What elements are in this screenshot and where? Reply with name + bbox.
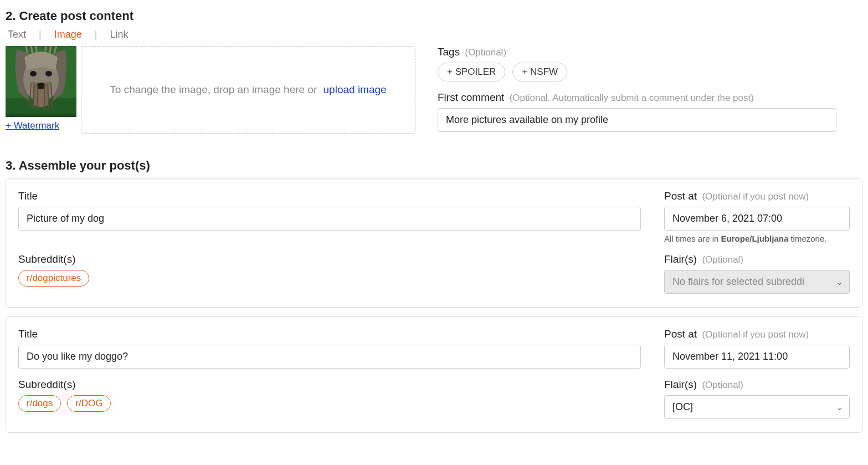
timezone-note: All times are in Europe/Ljubljana timezo… xyxy=(664,234,850,243)
subreddit-pill[interactable]: r/DOG xyxy=(67,395,111,412)
first-comment-label: First comment xyxy=(438,91,504,103)
svg-point-4 xyxy=(45,71,52,76)
tab-link[interactable]: Link xyxy=(107,29,130,40)
tag-nsfw-button[interactable]: + NSFW xyxy=(512,63,567,81)
postat-input[interactable] xyxy=(664,345,850,369)
tab-separator: | xyxy=(31,29,49,40)
flair-optional: (Optional) xyxy=(702,380,743,390)
section-heading-assemble: 3. Assemble your post(s) xyxy=(6,159,862,173)
title-input[interactable] xyxy=(18,345,641,369)
tab-image[interactable]: Image xyxy=(52,29,84,40)
title-label: Title xyxy=(18,328,641,340)
flair-select[interactable]: [OC] ⌄ xyxy=(664,395,850,419)
chevron-down-icon: ⌄ xyxy=(836,403,843,411)
title-input[interactable] xyxy=(18,207,641,231)
postat-optional: (Optional if you post now) xyxy=(702,329,809,340)
first-comment-input[interactable] xyxy=(438,108,836,132)
flair-select: No flairs for selected subreddi ⌄ xyxy=(664,270,850,294)
postat-label: Post at xyxy=(664,190,697,202)
subreddit-label: Subreddit(s) xyxy=(18,253,641,265)
flair-label: Flair(s) xyxy=(664,253,697,265)
subreddit-label: Subreddit(s) xyxy=(18,379,641,391)
post-card: Title Post at (Optional if you post now)… xyxy=(6,316,862,433)
postat-optional: (Optional if you post now) xyxy=(702,191,809,202)
section-heading-create-content: 2. Create post content xyxy=(6,9,862,23)
svg-point-3 xyxy=(30,71,37,76)
flair-optional: (Optional) xyxy=(702,254,743,265)
content-type-tabs: Text | Image | Link xyxy=(6,29,862,40)
tab-separator: | xyxy=(87,29,105,40)
postat-input[interactable] xyxy=(664,207,850,231)
subreddit-pills: r/dogs r/DOG xyxy=(18,395,641,412)
title-label: Title xyxy=(18,190,641,202)
subreddit-pill[interactable]: r/dogpictures xyxy=(18,270,89,287)
dropzone-text: To change the image, drop an image here … xyxy=(110,84,317,95)
post-card: Title Post at (Optional if you post now)… xyxy=(6,178,862,308)
subreddit-pill[interactable]: r/dogs xyxy=(18,395,61,412)
tags-label: Tags xyxy=(438,46,460,58)
tab-text[interactable]: Text xyxy=(6,29,28,40)
image-dropzone[interactable]: To change the image, drop an image here … xyxy=(81,46,415,134)
image-thumbnail[interactable] xyxy=(6,46,76,117)
subreddit-pills: r/dogpictures xyxy=(18,270,641,287)
first-comment-optional: (Optional. Automatically submit a commen… xyxy=(510,93,754,103)
tags-optional: (Optional) xyxy=(465,47,506,58)
tag-spoiler-button[interactable]: + SPOILER xyxy=(438,63,505,81)
chevron-down-icon: ⌄ xyxy=(836,278,843,286)
watermark-link[interactable]: + Watermark xyxy=(6,120,78,131)
flair-label: Flair(s) xyxy=(664,379,697,390)
postat-label: Post at xyxy=(664,328,697,340)
upload-image-link[interactable]: upload image xyxy=(323,84,387,95)
